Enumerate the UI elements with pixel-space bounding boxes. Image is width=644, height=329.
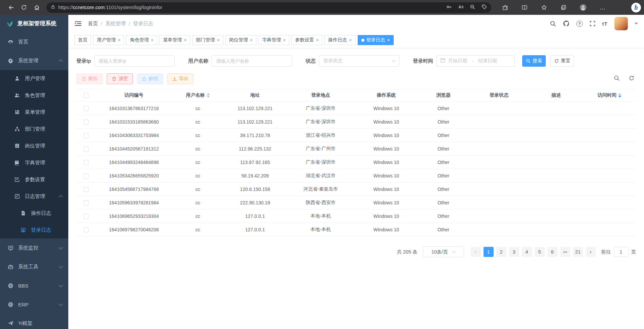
close-icon[interactable]: × (217, 37, 220, 43)
page-button-3[interactable]: 3 (509, 247, 519, 257)
table-refresh-icon[interactable] (629, 75, 635, 83)
shopping-tag-icon[interactable] (481, 4, 487, 11)
copilot-bing-icon[interactable]: b (631, 3, 641, 12)
sidebar-item-monitor[interactable]: 系统监控 (0, 238, 68, 257)
table-search-icon[interactable] (614, 75, 620, 83)
reset-button[interactable]: 重置 (550, 55, 574, 67)
sidebar-item-role[interactable]: 角色管理 (0, 87, 68, 104)
status-select[interactable]: 登录状态 (319, 55, 399, 67)
tab-dict[interactable]: 字典管理× (258, 35, 289, 45)
avatar[interactable] (614, 17, 628, 30)
avatar-caret-icon[interactable] (635, 23, 638, 25)
sidebar-item-erp[interactable]: ERP (0, 295, 68, 314)
sidebar-item-home[interactable]: 首页 (0, 32, 68, 51)
row-checkbox[interactable] (83, 133, 88, 138)
search-button[interactable]: 搜索 (522, 55, 546, 67)
browser-refresh-icon[interactable] (17, 2, 30, 13)
sidebar-item-post[interactable]: 岗位管理 (0, 137, 68, 154)
close-icon[interactable]: × (283, 37, 286, 43)
close-icon[interactable]: × (250, 37, 253, 43)
col-access-time[interactable]: 访问时间 (583, 89, 636, 102)
browser-home-icon[interactable] (30, 2, 43, 13)
close-icon[interactable]: × (118, 37, 120, 43)
unlock-button[interactable]: 解锁 (137, 73, 163, 84)
app-logo[interactable]: 意框架管理系统 (0, 15, 68, 32)
hamburger-icon[interactable] (74, 20, 82, 27)
extensions-icon[interactable] (499, 2, 511, 13)
page-button-2[interactable]: 2 (496, 247, 506, 257)
sidebar-item-system[interactable]: 系统管理 (0, 51, 68, 70)
row-checkbox[interactable] (83, 200, 88, 205)
collections-icon[interactable] (557, 2, 570, 13)
address-bar[interactable]: https://ccnetcore.com:1101/system/log/lo… (46, 2, 491, 13)
page-button-4[interactable]: 4 (522, 247, 532, 257)
ip-input[interactable] (94, 55, 175, 67)
split-screen-icon[interactable] (518, 2, 531, 13)
read-aloud-icon[interactable] (458, 4, 464, 11)
browser-profile-icon[interactable] (577, 2, 589, 13)
sidebar-item-log[interactable]: 日志管理 (0, 188, 68, 205)
header-search-icon[interactable] (550, 21, 556, 27)
next-page-button[interactable]: › (586, 247, 596, 257)
export-button[interactable]: 导出 (167, 73, 193, 84)
page-button-last[interactable]: 21 (573, 247, 583, 257)
sort-icon-active[interactable] (618, 93, 621, 98)
favorites-icon[interactable] (538, 2, 550, 13)
tab-dept[interactable]: 部门管理× (192, 35, 223, 45)
breadcrumb-home[interactable]: 首页 (88, 21, 98, 27)
more-pages-button[interactable]: ••• (560, 247, 570, 257)
fullscreen-icon[interactable] (589, 21, 596, 27)
sort-icon[interactable] (207, 93, 210, 98)
tab-menu[interactable]: 菜单管理× (159, 35, 190, 45)
tab-loginlog[interactable]: 登录日志× (358, 35, 394, 45)
page-button-6[interactable]: 6 (547, 247, 558, 257)
tab-operlog[interactable]: 操作日志× (324, 35, 355, 45)
select-all-checkbox[interactable] (83, 93, 88, 98)
tab-home[interactable]: 首页 (74, 35, 91, 45)
row-checkbox[interactable] (83, 173, 88, 178)
zoom-out-icon[interactable] (470, 4, 475, 11)
row-checkbox[interactable] (83, 146, 88, 152)
col-username[interactable]: 用户名称 (173, 89, 223, 102)
font-size-icon[interactable]: tT (602, 21, 608, 27)
tab-param[interactable]: 参数设置× (291, 35, 322, 45)
sidebar-item-loginlog[interactable]: 登录日志 (0, 222, 68, 238)
row-checkbox[interactable] (83, 214, 88, 219)
tab-role[interactable]: 角色管理× (126, 35, 157, 45)
close-icon[interactable]: × (184, 37, 186, 43)
prev-page-button[interactable]: ‹ (471, 247, 481, 257)
browser-back-icon[interactable] (5, 2, 17, 13)
close-icon[interactable]: × (349, 37, 352, 43)
sidebar-item-user[interactable]: 用户管理 (0, 70, 68, 87)
username-input[interactable] (212, 55, 292, 67)
close-icon[interactable]: × (151, 37, 153, 43)
row-checkbox[interactable] (83, 106, 88, 111)
close-icon[interactable]: × (387, 37, 390, 43)
sidebar-item-param[interactable]: 参数设置 (0, 171, 68, 188)
close-icon[interactable]: × (316, 37, 319, 43)
browser-menu-icon[interactable]: … (596, 2, 609, 13)
clear-button[interactable]: 清空 (107, 73, 133, 84)
github-icon[interactable] (563, 20, 570, 27)
row-checkbox[interactable] (83, 160, 88, 165)
sidebar-item-yi[interactable]: Yi框架 (0, 314, 68, 329)
page-button-1[interactable]: 1 (484, 247, 494, 257)
page-size-select[interactable]: 10条/页 (423, 246, 464, 257)
sidebar-item-dict[interactable]: 字典管理 (0, 154, 68, 171)
site-lock-icon[interactable] (50, 4, 56, 11)
sidebar-item-menu[interactable]: 菜单管理 (0, 104, 68, 121)
sidebar-item-dept[interactable]: 部门管理 (0, 121, 68, 137)
sidebar-item-operlog[interactable]: 操作日志 (0, 205, 68, 222)
help-icon[interactable]: ? (576, 21, 583, 27)
row-checkbox[interactable] (83, 227, 88, 232)
delete-button[interactable]: 删除 (76, 73, 103, 84)
password-key-icon[interactable] (446, 4, 452, 11)
row-checkbox[interactable] (83, 120, 88, 125)
sidebar-item-bbs[interactable]: BBS (0, 276, 68, 295)
date-range-picker[interactable]: 开始日期 - 结束日期 (436, 55, 515, 67)
sidebar-item-tool[interactable]: 系统工具 (0, 257, 68, 276)
page-button-5[interactable]: 5 (535, 247, 545, 257)
breadcrumb-system[interactable]: 系统管理 (105, 21, 126, 27)
tab-user[interactable]: 用户管理× (93, 35, 124, 45)
goto-page-input[interactable] (614, 247, 629, 257)
